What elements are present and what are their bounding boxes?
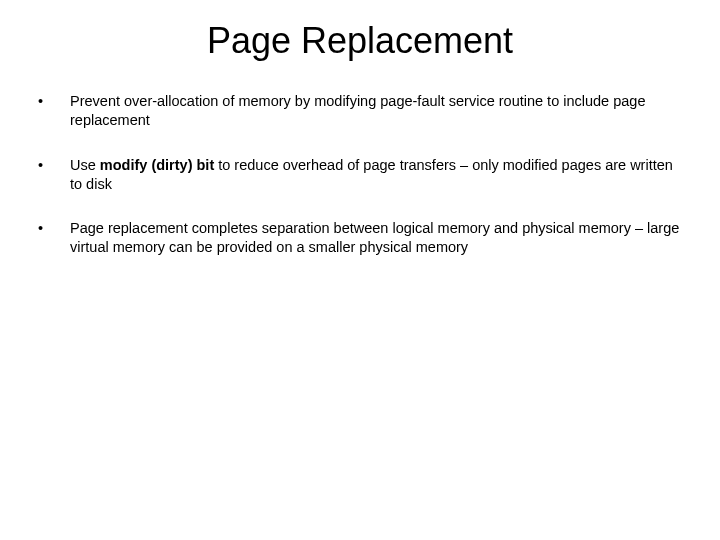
bullet-text-pre: Prevent over-allocation of memory by mod… — [70, 93, 645, 128]
bullet-item: • Prevent over-allocation of memory by m… — [36, 92, 684, 130]
bullet-glyph-icon: • — [36, 92, 70, 111]
bullet-text-pre: Use — [70, 157, 100, 173]
bullet-item: • Page replacement completes separation … — [36, 219, 684, 257]
slide-body: • Prevent over-allocation of memory by m… — [0, 92, 720, 257]
slide: Page Replacement • Prevent over-allocati… — [0, 0, 720, 540]
bullet-text: Use modify (dirty) bit to reduce overhea… — [70, 156, 684, 194]
bullet-glyph-icon: • — [36, 219, 70, 238]
bullet-text-bold: modify (dirty) bit — [100, 157, 214, 173]
bullet-item: • Use modify (dirty) bit to reduce overh… — [36, 156, 684, 194]
bullet-text-pre: Page replacement completes separation be… — [70, 220, 679, 255]
bullet-text: Prevent over-allocation of memory by mod… — [70, 92, 684, 130]
bullet-glyph-icon: • — [36, 156, 70, 175]
slide-title: Page Replacement — [0, 0, 720, 92]
bullet-text: Page replacement completes separation be… — [70, 219, 684, 257]
